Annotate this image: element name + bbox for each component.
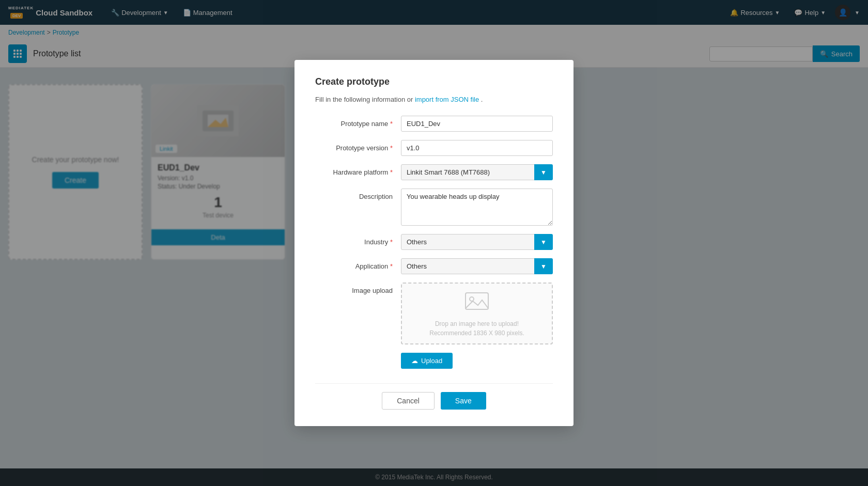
prototype-version-input[interactable] bbox=[401, 140, 553, 156]
upload-button-area: ☁ Upload bbox=[315, 353, 553, 369]
prototype-name-input[interactable] bbox=[401, 116, 553, 132]
subtitle-after-text: . bbox=[481, 96, 483, 103]
image-icon-svg bbox=[464, 290, 489, 310]
modal-overlay: Create prototype Fill in the following i… bbox=[0, 0, 868, 486]
svg-point-5 bbox=[470, 297, 474, 301]
image-upload-row: Image upload Drop an image here to uploa… bbox=[315, 283, 553, 344]
industry-row: Industry * Others ▼ bbox=[315, 234, 553, 250]
prototype-name-label: Prototype name * bbox=[315, 116, 393, 128]
description-row: Description You wearable heads up displa… bbox=[315, 189, 553, 226]
svg-rect-4 bbox=[466, 293, 488, 309]
image-upload-label: Image upload bbox=[315, 283, 393, 294]
required-marker: * bbox=[390, 144, 393, 152]
hardware-platform-label: Hardware platform * bbox=[315, 164, 393, 176]
subtitle-before-text: Fill in the following information or bbox=[315, 96, 415, 103]
modal-subtitle: Fill in the following information or imp… bbox=[315, 96, 553, 103]
industry-select[interactable]: Others bbox=[401, 234, 553, 250]
required-marker: * bbox=[390, 238, 393, 246]
application-select-wrapper: Others ▼ bbox=[401, 258, 553, 274]
required-marker: * bbox=[390, 262, 393, 270]
application-row: Application * Others ▼ bbox=[315, 258, 553, 274]
image-placeholder-icon bbox=[464, 290, 489, 315]
industry-select-wrapper: Others ▼ bbox=[401, 234, 553, 250]
description-textarea[interactable]: You wearable heads up display bbox=[401, 189, 553, 226]
hardware-platform-select-wrapper: Linkit Smart 7688 (MT7688) ▼ bbox=[401, 164, 553, 180]
hardware-platform-select[interactable]: Linkit Smart 7688 (MT7688) bbox=[401, 164, 553, 180]
prototype-version-label: Prototype version * bbox=[315, 140, 393, 152]
modal-footer: Cancel Save bbox=[315, 383, 553, 410]
upload-button[interactable]: ☁ Upload bbox=[401, 353, 453, 369]
required-marker: * bbox=[390, 168, 393, 176]
industry-label: Industry * bbox=[315, 234, 393, 246]
hardware-platform-row: Hardware platform * Linkit Smart 7688 (M… bbox=[315, 164, 553, 180]
required-marker: * bbox=[390, 120, 393, 128]
description-label: Description bbox=[315, 189, 393, 200]
modal-title: Create prototype bbox=[315, 76, 553, 87]
application-label: Application * bbox=[315, 258, 393, 270]
prototype-name-row: Prototype name * bbox=[315, 116, 553, 132]
create-prototype-modal: Create prototype Fill in the following i… bbox=[295, 60, 574, 426]
upload-drop-text: Drop an image here to upload!Recommended… bbox=[429, 319, 524, 338]
application-select[interactable]: Others bbox=[401, 258, 553, 274]
upload-icon: ☁ bbox=[411, 357, 418, 365]
cancel-button[interactable]: Cancel bbox=[382, 392, 435, 410]
image-upload-zone[interactable]: Drop an image here to upload!Recommended… bbox=[401, 283, 553, 344]
save-button[interactable]: Save bbox=[441, 392, 486, 410]
prototype-version-row: Prototype version * bbox=[315, 140, 553, 156]
import-json-link[interactable]: import from JSON file bbox=[415, 96, 479, 103]
